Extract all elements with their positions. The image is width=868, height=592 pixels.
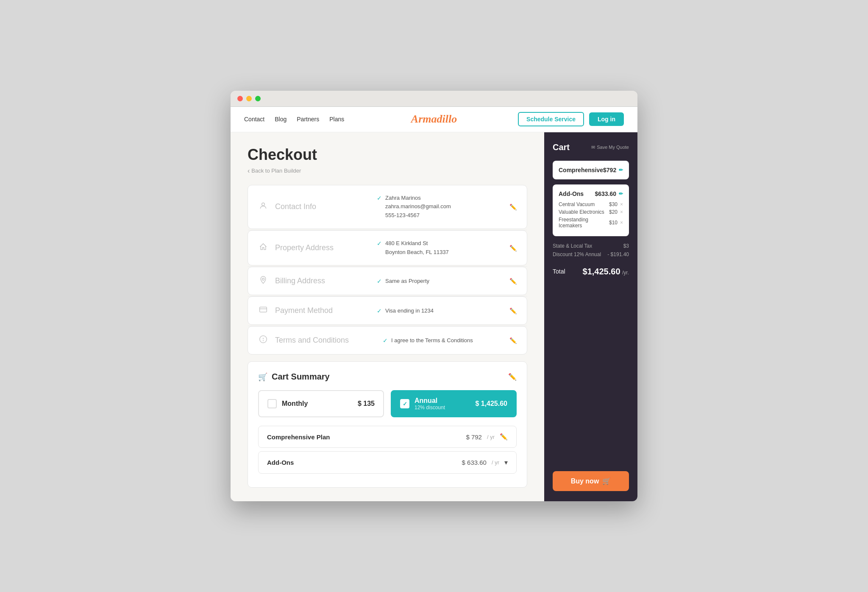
billing-address-value: ✓ Same as Property [377,277,509,286]
property-icon [258,243,268,253]
billing-address-section: Billing Address ✓ Same as Property ✏️ [248,267,527,295]
svg-point-0 [262,203,265,206]
svg-point-6 [263,341,264,341]
contact-info-value: ✓ Zahra Marinos zahra.marinos@gmail.com … [377,194,509,220]
buy-now-label: Buy now [571,478,599,485]
payment-checkmark: ✓ [377,307,382,314]
addon-central-vacuum-label: Central Vacuum [559,201,595,207]
state-tax-value: $3 [623,243,629,249]
terms-value: ✓ I agree to the Terms & Conditions [383,336,509,345]
envelope-icon: ✉ [591,145,595,150]
logo: Armadillo [411,113,457,126]
cart-taxes: State & Local Tax $3 Discount 12% Annual… [553,243,629,260]
app-window: Contact Blog Partners Plans Armadillo Sc… [231,91,637,502]
addons-cart-box: Add-Ons $633.60 ✏ Central Vacuum $30 × V… [553,184,629,236]
payment-edit-icon[interactable]: ✏️ [509,307,517,314]
cart-summary-card: 🛒 Cart Summary ✏️ Monthly $ 135 [248,361,527,488]
svg-rect-2 [260,307,267,313]
comprehensive-plan-label: Comprehensive Plan [267,433,330,441]
property-checkmark: ✓ [377,240,382,247]
contact-edit-icon[interactable]: ✏️ [509,204,517,210]
annual-checkbox[interactable] [400,399,409,408]
schedule-service-button[interactable]: Schedule Service [518,112,584,126]
cart-summary-edit-icon[interactable]: ✏️ [508,373,517,381]
property-text: 480 E Kirkland St Boynton Beach, FL 1133… [385,239,449,257]
billing-options: Monthly $ 135 Annual 12% discount $ 1,42… [258,390,517,417]
svg-point-1 [262,278,264,280]
cart-total-label: Total [553,268,565,275]
monthly-label-group: Monthly [282,400,308,408]
addon-freestanding-icemakers-price: $10 [609,220,618,226]
minimize-dot[interactable] [246,96,252,101]
nav-actions: Schedule Service Log in [518,112,624,126]
addon-valuable-electronics-remove[interactable]: × [620,209,623,215]
cart-total-amount-group: $1,425.60 /yr. [583,267,629,276]
annual-billing-option[interactable]: Annual 12% discount $ 1,425.60 [391,390,517,417]
discount-value: - $191.40 [607,251,629,257]
monthly-checkbox[interactable] [267,399,277,408]
login-button[interactable]: Log in [589,112,624,126]
addons-expand-icon[interactable]: ▾ [504,458,508,466]
main-content: Scroll to explore Checkout Back to Plan … [231,132,637,502]
payment-icon [258,305,268,316]
cart-total-amount: $1,425.60 [583,267,620,276]
billing-checkmark: ✓ [377,278,382,285]
payment-method-section: Payment Method ✓ Visa ending in 1234 ✏️ [248,296,527,325]
comprehensive-plan-price: $ 792 [466,433,482,441]
close-dot[interactable] [237,96,243,101]
nav-plans[interactable]: Plans [329,116,344,123]
addons-plan-row: Add-Ons $ 633.60 / yr ▾ [258,451,517,474]
addon-central-vacuum-remove[interactable]: × [620,201,623,207]
addon-freestanding-icemakers-remove[interactable]: × [620,220,623,226]
monthly-price: $ 135 [358,400,375,408]
terms-text: I agree to the Terms & Conditions [391,336,473,345]
save-quote-button[interactable]: ✉ Save My Quote [591,145,629,150]
addon-valuable-electronics-label: Valuable Electronics [559,209,604,215]
comprehensive-cart-price: $792 ✏ [603,167,623,173]
maximize-dot[interactable] [255,96,261,101]
cart-summary-header: 🛒 Cart Summary ✏️ [258,372,517,382]
addons-cart-header: Add-Ons $633.60 ✏ [559,190,623,197]
property-edit-icon[interactable]: ✏️ [509,245,517,251]
addon-valuable-electronics-price: $20 [609,209,618,215]
cart-summary-icon: 🛒 [258,372,267,382]
nav-blog[interactable]: Blog [275,116,287,123]
billing-edit-icon[interactable]: ✏️ [509,278,517,285]
property-address-section: Property Address ✓ 480 E Kirkland St Boy… [248,230,527,266]
comprehensive-cart-name: Comprehensive [559,167,603,173]
contact-info-section: Contact Info ✓ Zahra Marinos zahra.marin… [248,185,527,229]
buy-now-button[interactable]: Buy now 🛒 [553,471,629,491]
comprehensive-plan-edit[interactable]: ✏️ [500,433,508,441]
cart-header: Cart ✉ Save My Quote [553,142,629,152]
terms-section: Terms and Conditions ✓ I agree to the Te… [248,326,527,355]
billing-text: Same as Property [385,277,429,286]
addons-edit-icon[interactable]: ✏ [619,191,623,197]
addons-plan-label: Add-Ons [267,459,294,466]
cart-total-period: /yr. [622,270,629,276]
nav-contact[interactable]: Contact [244,116,264,123]
cart-sidebar: Cart ✉ Save My Quote Comprehensive $792 … [544,132,637,502]
addons-plan-period: / yr [492,459,499,466]
addon-central-vacuum-price: $30 [609,201,618,207]
payment-text: Visa ending in 1234 [385,307,434,316]
addons-cart-title: Add-Ons [559,190,584,197]
discount-label: Discount 12% Annual [553,251,601,257]
titlebar [231,91,637,107]
cart-total: Total $1,425.60 /yr. [553,267,629,276]
addons-cart-total: $633.60 ✏ [595,190,623,197]
addon-freestanding-icemakers: Freestanding Icemakers $10 × [559,217,623,229]
back-to-plan-builder[interactable]: Back to Plan Builder [248,167,527,175]
monthly-billing-option[interactable]: Monthly $ 135 [258,390,384,417]
billing-icon [258,276,268,286]
terms-checkmark: ✓ [383,337,388,344]
annual-label: Annual [415,397,445,405]
property-address-label: Property Address [275,243,343,252]
comprehensive-cart-item: Comprehensive $792 ✏ [553,161,629,179]
annual-price: $ 1,425.60 [475,400,507,408]
terms-edit-icon[interactable]: ✏️ [509,337,517,344]
nav-partners[interactable]: Partners [297,116,319,123]
comprehensive-edit-icon[interactable]: ✏ [619,167,623,173]
annual-label-group: Annual 12% discount [415,397,445,410]
cart-buy-icon: 🛒 [602,477,611,485]
tax-row-state: State & Local Tax $3 [553,243,629,249]
